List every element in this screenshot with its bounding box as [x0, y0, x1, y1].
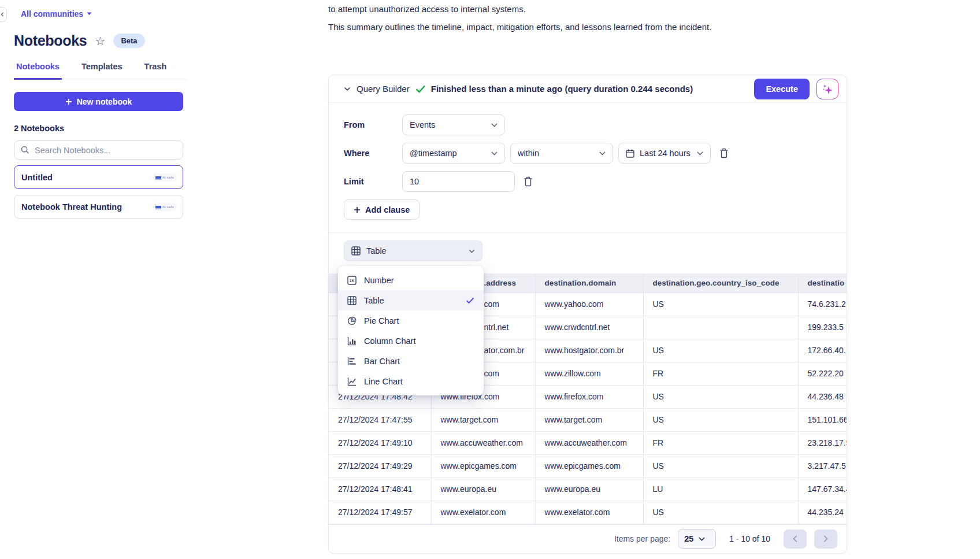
delete-limit-clause-button[interactable] — [522, 175, 534, 188]
column-header[interactable]: destinatio — [798, 273, 847, 293]
svg-text:1K: 1K — [350, 278, 355, 282]
menu-item-pie-chart[interactable]: Pie Chart — [338, 310, 484, 331]
menu-item-number[interactable]: 1K Number — [338, 270, 484, 290]
notebook-paragraph: to attempt unauthorized access to intern… — [328, 3, 847, 16]
from-select[interactable]: Events — [402, 114, 505, 135]
table-icon — [351, 246, 361, 256]
chevron-down-icon — [599, 151, 606, 156]
favorite-star-icon[interactable]: ☆ — [95, 35, 105, 47]
success-check-icon — [415, 85, 426, 93]
menu-item-label: Line Chart — [364, 377, 403, 386]
ai-safe-badge: AI safe — [153, 173, 177, 182]
items-per-page-select[interactable]: 25 — [678, 529, 716, 549]
menu-item-label: Pie Chart — [364, 316, 399, 325]
plus-icon — [65, 98, 72, 105]
search-notebooks-input[interactable] — [35, 146, 176, 155]
execute-button[interactable]: Execute — [754, 79, 810, 99]
add-clause-label: Add clause — [365, 205, 410, 214]
chevron-down-icon — [491, 151, 498, 156]
menu-item-label: Number — [364, 276, 394, 285]
table-row[interactable]: 27/12/2024 17:49:29www.epicgames.comwww.… — [329, 454, 847, 477]
time-range-value: Last 24 hours — [640, 149, 691, 158]
delete-where-clause-button[interactable] — [718, 147, 730, 160]
limit-input[interactable] — [402, 171, 515, 192]
table-row[interactable]: 27/12/2024 17:49:57www.exelator.comwww.e… — [329, 501, 847, 524]
ai-chip-icon — [155, 175, 161, 180]
query-status-text: Finished less than a minute ago (query d… — [431, 84, 693, 94]
time-range-select[interactable]: Last 24 hours — [618, 143, 711, 164]
previous-page-button[interactable] — [784, 530, 807, 549]
notebook-list-item-threat-hunting[interactable]: Notebook Threat Hunting AI safe — [14, 195, 183, 219]
table-row[interactable]: 27/12/2024 17:47:55www.target.comwww.tar… — [329, 408, 847, 431]
query-builder-title: Query Builder — [357, 84, 410, 94]
menu-item-label: Table — [364, 296, 384, 305]
search-notebooks-box[interactable] — [14, 140, 183, 160]
chevron-down-icon — [469, 249, 475, 253]
items-per-page-value: 25 — [684, 534, 693, 543]
caret-down-icon — [87, 12, 92, 16]
selected-check-icon — [466, 297, 474, 304]
next-page-button[interactable] — [814, 530, 837, 549]
view-type-select[interactable]: Table — [344, 240, 482, 261]
view-type-menu: 1K Number Table Pie Chart Column Chart B… — [338, 266, 484, 395]
tab-templates[interactable]: Templates — [79, 62, 125, 79]
chevron-down-icon — [491, 123, 498, 127]
menu-item-column-chart[interactable]: Column Chart — [338, 331, 484, 351]
chevron-down-icon — [697, 151, 703, 156]
notebook-list-item-untitled[interactable]: Untitled AI safe — [14, 165, 183, 189]
pagination-range: 1 - 10 of 10 — [729, 534, 770, 543]
sidebar-tabs: Notebooks Templates Trash — [14, 62, 185, 79]
bar-chart-icon — [347, 357, 357, 366]
chevron-down-icon — [699, 537, 705, 541]
table-row[interactable]: 27/12/2024 17:48:41www.europa.euwww.euro… — [329, 477, 847, 501]
ai-chip-icon — [155, 205, 161, 209]
table-icon — [347, 296, 357, 305]
from-label: From — [344, 120, 402, 129]
chevron-left-icon — [793, 535, 797, 542]
page-title: Notebooks — [14, 32, 87, 49]
tab-trash[interactable]: Trash — [142, 62, 169, 79]
community-selector-label: All communities — [21, 9, 83, 18]
limit-label: Limit — [344, 177, 402, 186]
column-header[interactable]: destination.domain — [535, 273, 643, 293]
plus-icon — [354, 206, 361, 213]
new-notebook-label: New notebook — [77, 97, 132, 106]
notebook-name: Untitled — [21, 173, 53, 182]
ai-badge-label: AI safe — [162, 176, 174, 179]
ai-safe-badge: AI safe — [153, 203, 177, 211]
where-field-value: @timestamp — [410, 149, 457, 158]
chevron-left-icon — [0, 12, 5, 17]
column-header[interactable]: destination.geo.country_iso_code — [643, 273, 798, 293]
sidebar-collapse-button[interactable] — [0, 7, 7, 22]
new-notebook-button[interactable]: New notebook — [14, 92, 183, 111]
trash-icon — [524, 176, 533, 187]
beta-badge: Beta — [113, 34, 144, 48]
query-builder-card: Query Builder Finished less than a minut… — [328, 75, 847, 554]
from-select-value: Events — [410, 120, 435, 129]
where-operator-value: within — [518, 149, 539, 158]
sparkle-icon — [822, 83, 833, 95]
menu-item-bar-chart[interactable]: Bar Chart — [338, 351, 484, 371]
sidebar: All communities Notebooks ☆ Beta Noteboo… — [0, 0, 199, 559]
ai-assistant-button[interactable] — [816, 79, 838, 99]
table-row[interactable]: 27/12/2024 17:49:10www.accuweather.comww… — [329, 431, 847, 454]
where-operator-select[interactable]: within — [510, 143, 613, 164]
trash-icon — [719, 148, 729, 158]
add-clause-button[interactable]: Add clause — [344, 199, 420, 220]
ai-badge-label: AI safe — [162, 205, 174, 209]
column-chart-icon — [347, 336, 357, 346]
notebook-count: 2 Notebooks — [14, 124, 199, 133]
menu-item-label: Column Chart — [364, 336, 415, 346]
notebook-paragraph: This summary outlines the timeline, impa… — [328, 21, 847, 34]
where-field-select[interactable]: @timestamp — [402, 143, 505, 164]
where-label: Where — [344, 149, 402, 158]
line-chart-icon — [347, 377, 357, 386]
search-icon — [21, 146, 29, 154]
community-selector[interactable]: All communities — [21, 9, 199, 18]
tab-notebooks[interactable]: Notebooks — [14, 62, 62, 80]
menu-item-line-chart[interactable]: Line Chart — [338, 371, 484, 391]
calendar-icon — [626, 149, 634, 158]
menu-item-table[interactable]: Table — [338, 290, 484, 310]
chevron-right-icon — [823, 535, 828, 542]
collapse-chevron-icon[interactable] — [344, 87, 351, 91]
